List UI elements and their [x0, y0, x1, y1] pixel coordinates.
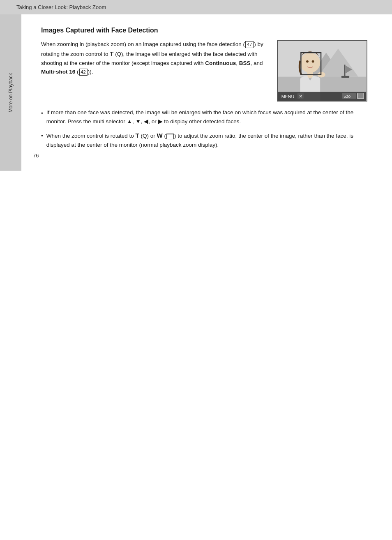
- intro-text: When zooming in (playback zoom) on an im…: [41, 40, 269, 102]
- svg-rect-4: [344, 65, 346, 76]
- bullet-dot-2: •: [41, 132, 43, 150]
- bullet-dot-1: •: [41, 109, 43, 126]
- svg-point-8: [306, 60, 309, 63]
- bullet-item-1: • If more than one face was detected, th…: [41, 108, 367, 126]
- sidebar-label: More on Playback: [0, 14, 21, 171]
- header-bar: Taking a Closer Look: Playback Zoom: [0, 0, 392, 14]
- camera-illustration: MENU ✕ x20: [277, 40, 367, 102]
- bullet-list: • If more than one face was detected, th…: [41, 108, 367, 150]
- svg-text:x20: x20: [344, 94, 351, 99]
- sidebar-text: More on Playback: [8, 69, 14, 116]
- page-number: 76: [33, 152, 39, 159]
- bullet-text-1: If more than one face was detected, the …: [46, 108, 367, 126]
- header-text: Taking a Closer Look: Playback Zoom: [16, 4, 106, 10]
- bullet-text-2: When the zoom control is rotated to T (Q…: [46, 131, 367, 150]
- svg-point-7: [300, 53, 320, 73]
- section-title: Images Captured with Face Detection: [41, 27, 367, 34]
- bullet-item-2: • When the zoom control is rotated to T …: [41, 131, 367, 150]
- svg-point-9: [312, 60, 314, 63]
- svg-rect-19: [357, 93, 364, 99]
- svg-rect-6: [341, 76, 349, 78]
- svg-text:✕: ✕: [299, 94, 302, 99]
- svg-text:MENU: MENU: [281, 94, 294, 99]
